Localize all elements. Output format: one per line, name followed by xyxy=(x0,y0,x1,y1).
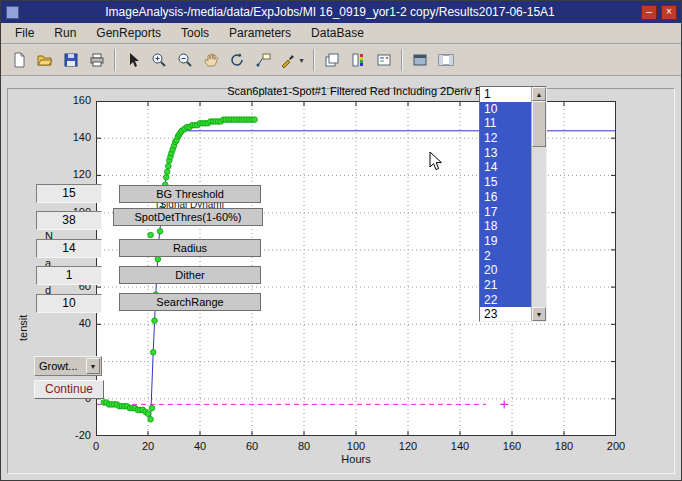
continue-button[interactable]: Continue xyxy=(34,380,104,399)
x-tick-label: 20 xyxy=(133,440,163,452)
x-tick-label: 40 xyxy=(185,440,215,452)
print-icon[interactable] xyxy=(84,48,109,73)
searchrange-label: SearchRange xyxy=(119,293,261,311)
menu-file[interactable]: File xyxy=(7,24,42,42)
scroll-up-icon[interactable]: ▲ xyxy=(532,87,546,101)
y-tick-label: 40 xyxy=(55,317,91,329)
minimize-button[interactable]: – xyxy=(641,5,657,20)
growth-popup-menu[interactable]: Growt... ▼ xyxy=(34,356,102,376)
new-icon[interactable] xyxy=(6,48,31,73)
zoom-in-icon[interactable] xyxy=(146,48,171,73)
listbox-item-16[interactable]: 16 xyxy=(480,190,531,205)
y-axis-label-fragment: tensit xyxy=(17,315,29,341)
close-button[interactable]: × xyxy=(661,5,677,20)
listbox-item-2[interactable]: 2 xyxy=(480,249,531,264)
x-tick-label: 120 xyxy=(393,440,423,452)
legend-icon[interactable] xyxy=(371,48,396,73)
titlebar[interactable]: ImageAnalysis-/media/data/ExpJobs/MI 16_… xyxy=(1,1,681,23)
listbox-item-11[interactable]: 11 xyxy=(480,116,531,131)
data-cursor-icon[interactable] xyxy=(250,48,275,73)
radius-field[interactable]: 14 xyxy=(36,239,102,258)
toolbar-separator xyxy=(401,49,403,71)
plot-tools-icon[interactable] xyxy=(433,48,458,73)
y-tick-label: 140 xyxy=(55,131,91,143)
brush-icon[interactable]: ▾ xyxy=(276,48,308,73)
scroll-down-icon[interactable]: ▼ xyxy=(532,307,546,321)
pointer-icon[interactable] xyxy=(120,48,145,73)
growth-popup-label: Growt... xyxy=(39,360,78,372)
searchrange-field[interactable]: 10 xyxy=(36,294,102,313)
menu-tools[interactable]: Tools xyxy=(173,24,217,42)
spotdetthres-label: SpotDetThres(1-60%) xyxy=(113,208,263,226)
pan-icon[interactable] xyxy=(198,48,223,73)
listbox-item-22[interactable]: 22 xyxy=(480,293,531,308)
chevron-down-icon: ▾ xyxy=(299,56,303,65)
app-window: ImageAnalysis-/media/data/ExpJobs/MI 16_… xyxy=(0,0,682,481)
x-tick-label: 180 xyxy=(549,440,579,452)
number-listbox[interactable]: 110111213141516171819220212223 ▲ ▼ xyxy=(479,86,547,322)
listbox-item-19[interactable]: 19 xyxy=(480,234,531,249)
listbox-item-21[interactable]: 21 xyxy=(480,278,531,293)
listbox-item-20[interactable]: 20 xyxy=(480,263,531,278)
x-tick-label: 140 xyxy=(445,440,475,452)
x-tick-label: 160 xyxy=(497,440,527,452)
menu-parameters[interactable]: Parameters xyxy=(221,24,299,42)
menu-genreports[interactable]: GenReports xyxy=(88,24,169,42)
copy-figure-icon[interactable] xyxy=(319,48,344,73)
dither-label: Dither xyxy=(119,266,261,284)
hide-plot-tools-icon[interactable] xyxy=(407,48,432,73)
radius-label: Radius xyxy=(119,239,261,257)
listbox-item-13[interactable]: 13 xyxy=(480,146,531,161)
y-tick-label: 160 xyxy=(55,94,91,106)
toolbar: ▾ xyxy=(1,45,681,76)
toolbar-separator xyxy=(114,49,116,71)
open-icon[interactable] xyxy=(32,48,57,73)
bg-threshold-field[interactable]: 15 xyxy=(36,184,102,203)
x-tick-label: 0 xyxy=(81,440,111,452)
listbox-item-14[interactable]: 14 xyxy=(480,160,531,175)
listbox-item-17[interactable]: 17 xyxy=(480,205,531,220)
colorbar-icon[interactable] xyxy=(345,48,370,73)
y-tick-label: 120 xyxy=(55,168,91,180)
listbox-item-15[interactable]: 15 xyxy=(480,175,531,190)
window-icon xyxy=(6,6,19,19)
mouse-cursor-icon xyxy=(429,151,443,175)
listbox-item-23[interactable]: 23 xyxy=(480,307,531,321)
spotdetthres-field[interactable]: 38 xyxy=(36,211,102,230)
listbox-item-12[interactable]: 12 xyxy=(480,131,531,146)
listbox-items: 110111213141516171819220212223 xyxy=(480,87,531,321)
bg-threshold-label: BG Threshold xyxy=(119,185,261,203)
window-title: ImageAnalysis-/media/data/ExpJobs/MI 16_… xyxy=(19,5,641,19)
menu-run[interactable]: Run xyxy=(46,24,84,42)
dither-field[interactable]: 1 xyxy=(36,266,102,285)
x-axis-label: Hours xyxy=(96,453,616,465)
listbox-scrollbar[interactable]: ▲ ▼ xyxy=(531,87,546,321)
save-icon[interactable] xyxy=(58,48,83,73)
rotate3d-icon[interactable] xyxy=(224,48,249,73)
menubar: FileRunGenReportsToolsParametersDataBase xyxy=(1,23,681,44)
x-tick-label: 100 xyxy=(341,440,371,452)
chevron-down-icon[interactable]: ▼ xyxy=(86,358,100,374)
toolbar-separator xyxy=(313,49,315,71)
menu-database[interactable]: DataBase xyxy=(303,24,372,42)
scrollbar-thumb[interactable] xyxy=(532,101,546,147)
x-tick-label: 80 xyxy=(289,440,319,452)
zoom-out-icon[interactable] xyxy=(172,48,197,73)
x-tick-label: 200 xyxy=(601,440,631,452)
listbox-item-1[interactable]: 1 xyxy=(480,87,531,102)
x-tick-label: 60 xyxy=(237,440,267,452)
listbox-item-10[interactable]: 10 xyxy=(480,102,531,117)
listbox-item-18[interactable]: 18 xyxy=(480,219,531,234)
